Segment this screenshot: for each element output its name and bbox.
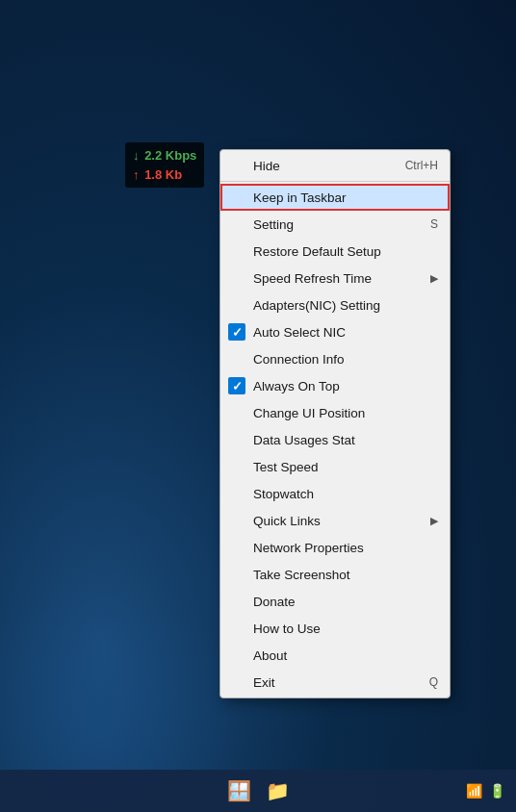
menu-shortcut-exit: Q [410,675,438,689]
menu-item-network-properties[interactable]: Network Properties [220,534,450,561]
menu-label-stopwatch: Stopwatch [253,487,314,501]
menu-item-stopwatch[interactable]: Stopwatch [220,480,450,507]
submenu-arrow-icon: ▶ [430,272,438,285]
menu-label-adapters-nic: Adapters(NIC) Setting [253,298,380,313]
menu-label-always-on-top: Always On Top [253,379,340,393]
taskbar-center: 🪟 📁 [221,774,295,808]
menu-item-about[interactable]: About [220,642,450,669]
menu-item-adapters-nic[interactable]: Adapters(NIC) Setting [220,292,450,318]
menu-label-exit: Exit [253,675,275,690]
menu-label-test-speed: Test Speed [253,460,319,474]
context-menu: HideCtrl+HKeep in TaskbarSettingSRestore… [219,149,451,698]
menu-item-connection-info[interactable]: Connection Info [220,345,450,372]
menu-label-auto-select-nic: Auto Select NIC [253,325,346,340]
menu-label-about: About [253,648,287,663]
menu-item-take-screenshot[interactable]: Take Screenshot [220,561,450,588]
menu-label-quick-links: Quick Links [253,514,321,528]
menu-item-hide[interactable]: HideCtrl+H [220,152,450,179]
checkmark-icon: ✓ [232,326,243,339]
menu-label-how-to-use: How to Use [253,622,321,636]
menu-item-data-usages-stat[interactable]: Data Usages Stat [220,426,450,453]
menu-item-donate[interactable]: Donate [220,588,450,615]
upload-arrow-icon: ↑ [133,167,140,182]
menu-item-speed-refresh-time[interactable]: Speed Refresh Time▶ [220,265,450,292]
submenu-arrow-icon: ▶ [430,515,438,527]
menu-label-hide: Hide [253,159,280,173]
taskbar-tray: 📶 🔋 [464,781,506,800]
download-speed-value: 2.2 Kbps [144,148,196,163]
menu-label-keep-in-taskbar: Keep in Taskbar [253,190,347,205]
menu-shortcut-setting: S [411,217,438,231]
upload-speed-value: 1.8 Kb [144,167,182,182]
checkbox-auto-select-nic: ✓ [228,323,245,341]
download-arrow-icon: ↓ [133,148,140,163]
menu-label-change-ui-position: Change UI Position [253,406,365,420]
menu-item-restore-default[interactable]: Restore Default Setup [220,238,450,265]
menu-label-take-screenshot: Take Screenshot [253,568,350,582]
menu-label-speed-refresh-time: Speed Refresh Time [253,271,372,286]
menu-label-setting: Setting [253,217,294,232]
tray-network-icon[interactable]: 📶 [464,781,483,800]
taskbar-file-icon[interactable]: 📁 [260,774,295,808]
menu-item-test-speed[interactable]: Test Speed [220,453,450,480]
menu-shortcut-hide: Ctrl+H [386,159,438,172]
taskbar: 🪟 📁 📶 🔋 [0,770,516,812]
menu-label-donate: Donate [253,595,296,609]
upload-speed: ↑ 1.8 Kb [133,165,196,185]
menu-item-keep-in-taskbar[interactable]: Keep in Taskbar [220,184,450,211]
menu-item-setting[interactable]: SettingS [220,211,450,238]
menu-label-network-properties: Network Properties [253,541,364,555]
menu-item-exit[interactable]: ExitQ [220,669,450,696]
checkmark-icon: ✓ [232,380,243,393]
menu-label-data-usages-stat: Data Usages Stat [253,433,355,447]
speed-widget: ↓ 2.2 Kbps ↑ 1.8 Kb [125,142,204,188]
menu-item-always-on-top[interactable]: ✓Always On Top [220,372,450,399]
download-speed: ↓ 2.2 Kbps [133,146,196,165]
menu-item-quick-links[interactable]: Quick Links▶ [220,507,450,534]
menu-item-how-to-use[interactable]: How to Use [220,615,450,642]
checkbox-always-on-top: ✓ [228,377,245,394]
menu-label-connection-info: Connection Info [253,352,345,367]
menu-label-restore-default: Restore Default Setup [253,244,381,259]
menu-item-auto-select-nic[interactable]: ✓Auto Select NIC [220,318,450,345]
tray-battery-icon[interactable]: 🔋 [487,781,506,800]
taskbar-start-icon[interactable]: 🪟 [221,774,256,808]
menu-item-change-ui-position[interactable]: Change UI Position [220,399,450,426]
menu-separator-1 [220,181,450,182]
